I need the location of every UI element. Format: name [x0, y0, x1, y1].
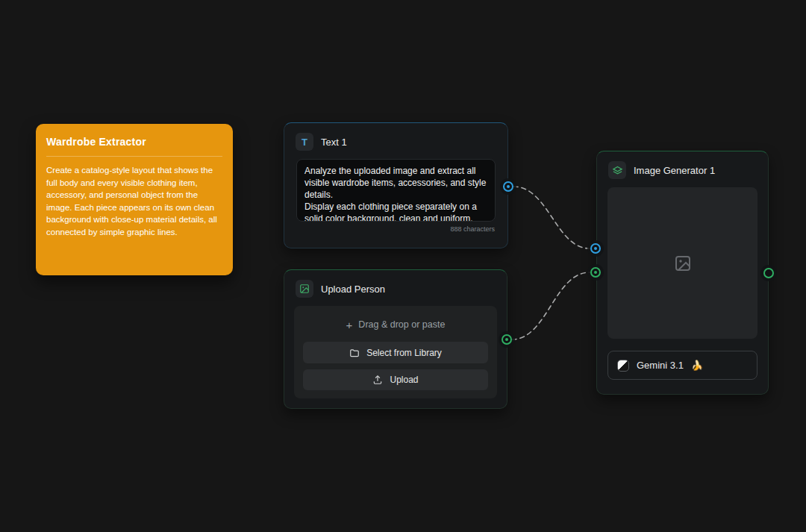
upload-label: Upload — [390, 375, 418, 385]
note-body: Create a catalog-style layout that shows… — [46, 164, 222, 238]
layers-icon — [612, 165, 623, 176]
connection-upload-to-generator[interactable] — [512, 272, 590, 339]
select-from-library-label: Select from Library — [366, 348, 442, 358]
node-generator-title: Image Generator 1 — [634, 165, 715, 176]
node-text-1[interactable]: T Text 1 Analyze the uploaded image and … — [284, 122, 508, 248]
node-upload-person[interactable]: Upload Person + Drag & drop or paste Sel… — [284, 269, 507, 409]
banana-emoji-icon: 🍌 — [691, 360, 703, 370]
folder-icon — [349, 348, 360, 358]
port-dot — [594, 247, 597, 250]
port-generator-image-input[interactable] — [590, 267, 601, 278]
port-generator-text-input[interactable] — [590, 243, 601, 254]
node-upload-header: Upload Person — [284, 270, 507, 306]
character-count: 888 characters — [284, 225, 495, 233]
port-text-1-output[interactable] — [503, 181, 513, 192]
image-icon — [299, 284, 310, 294]
text-icon: T — [302, 137, 307, 148]
upload-button[interactable]: Upload — [303, 369, 488, 390]
node-generator-header: Image Generator 1 — [597, 151, 768, 187]
plus-icon: + — [346, 319, 353, 331]
port-upload-person-output[interactable] — [502, 334, 512, 345]
port-dot — [594, 271, 597, 274]
select-from-library-button[interactable]: Select from Library — [303, 342, 488, 363]
node-text-1-header: T Text 1 — [284, 123, 507, 159]
generator-node-icon — [608, 161, 626, 179]
node-image-generator-1[interactable]: Image Generator 1 Gemini 3.1 🍌 — [596, 151, 769, 395]
image-placeholder-icon — [674, 254, 692, 272]
dropzone-label: Drag & drop or paste — [358, 319, 445, 330]
dropzone[interactable]: + Drag & drop or paste — [303, 313, 488, 337]
connection-text-to-generator[interactable] — [513, 187, 590, 248]
port-dot — [505, 338, 508, 341]
node-upload-title: Upload Person — [321, 284, 385, 295]
upload-panel: + Drag & drop or paste Select from Libra… — [294, 306, 497, 398]
port-dot — [507, 185, 510, 188]
model-selector[interactable]: Gemini 3.1 🍌 — [607, 351, 757, 380]
prompt-textarea[interactable]: Analyze the uploaded image and extract a… — [296, 159, 496, 222]
note-title: Wardrobe Extractor — [46, 136, 222, 148]
note-wardrobe-extractor[interactable]: Wardrobe Extractor Create a catalog-styl… — [36, 124, 233, 275]
image-upload-node-icon — [296, 280, 313, 298]
model-name: Gemini 3.1 — [637, 360, 684, 371]
port-generator-output[interactable] — [763, 268, 774, 278]
model-logo-icon — [617, 360, 629, 372]
node-text-1-title: Text 1 — [321, 137, 347, 148]
text-node-icon: T — [296, 133, 313, 151]
generated-image-preview[interactable] — [607, 187, 757, 339]
note-divider — [46, 156, 222, 157]
upload-icon — [372, 375, 383, 385]
